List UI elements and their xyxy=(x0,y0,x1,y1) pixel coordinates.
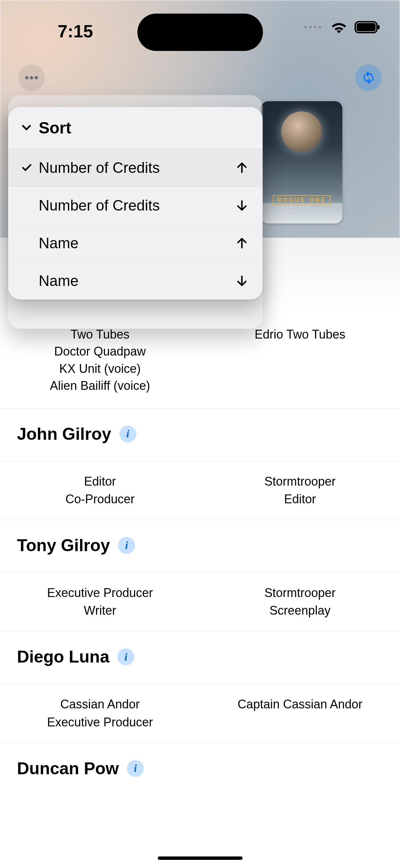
arrow-down-icon xyxy=(233,274,250,288)
credits-right: Captain Cassian Andor xyxy=(200,695,400,731)
person-name: Tony Gilroy xyxy=(17,536,110,555)
sort-header[interactable]: Sort xyxy=(8,107,263,149)
person-section: John Gilroy i Editor Co-Producer Stormtr… xyxy=(0,408,400,520)
arrow-up-icon xyxy=(233,236,250,250)
info-icon: i xyxy=(134,762,137,775)
info-button[interactable]: i xyxy=(117,648,134,665)
status-right xyxy=(304,21,380,33)
person-name: John Gilroy xyxy=(17,424,111,444)
info-icon: i xyxy=(126,428,129,440)
sort-popover: Sort Number of Credits Number of Credits… xyxy=(8,107,263,300)
svg-rect-2 xyxy=(378,25,380,29)
credits-left: Executive Producer Writer xyxy=(0,584,200,619)
person-section: Duncan Pow i xyxy=(0,743,400,795)
info-button[interactable]: i xyxy=(119,426,136,442)
person-credits: Executive Producer Writer Stormtrooper S… xyxy=(0,572,400,631)
person-credits: Editor Co-Producer Stormtrooper Editor xyxy=(0,461,400,520)
sort-option-credits-asc[interactable]: Number of Credits xyxy=(8,149,263,187)
partial-credits-left: Two Tubes Doctor Quadpaw KX Unit (voice)… xyxy=(0,326,200,395)
status-dots-icon xyxy=(304,26,321,29)
person-name: Duncan Pow xyxy=(17,759,119,778)
info-icon: i xyxy=(125,539,128,551)
sort-option-label: Number of Credits xyxy=(35,197,233,214)
sort-option-label: Name xyxy=(35,235,233,252)
info-icon: i xyxy=(125,651,128,663)
sort-option-name-desc[interactable]: Name xyxy=(8,262,263,300)
arrow-down-icon xyxy=(233,199,250,212)
arrow-up-icon xyxy=(233,161,250,175)
svg-rect-1 xyxy=(357,23,376,31)
people-list[interactable]: Two Tubes Doctor Quadpaw KX Unit (voice)… xyxy=(0,238,400,868)
credits-right: Stormtrooper Editor xyxy=(200,473,400,508)
person-header[interactable]: Tony Gilroy i xyxy=(0,520,400,572)
poster-title: ROGUE ONE xyxy=(273,195,330,205)
sort-header-label: Sort xyxy=(39,119,71,137)
sort-option-label: Name xyxy=(35,272,233,289)
person-header[interactable]: John Gilroy i xyxy=(0,409,400,461)
status-bar: 7:15 xyxy=(0,0,400,51)
movie-poster[interactable]: ROGUE ONE A STAR WARS STORY xyxy=(261,101,342,223)
refresh-button[interactable] xyxy=(355,65,382,91)
credits-left: Cassian Andor Executive Producer xyxy=(0,695,200,731)
credits-right: Stormtrooper Screenplay xyxy=(200,584,400,619)
wifi-icon xyxy=(331,21,347,33)
sort-option-label: Number of Credits xyxy=(35,159,233,176)
person-header[interactable]: Duncan Pow i xyxy=(0,743,400,795)
person-header[interactable]: Diego Luna i xyxy=(0,631,400,684)
checkmark-icon xyxy=(18,162,35,174)
person-credits: Cassian Andor Executive Producer Captain… xyxy=(0,684,400,742)
person-section: Diego Luna i Cassian Andor Executive Pro… xyxy=(0,631,400,742)
status-time: 7:15 xyxy=(58,21,93,41)
person-section: Tony Gilroy i Executive Producer Writer … xyxy=(0,520,400,631)
info-button[interactable]: i xyxy=(118,537,135,554)
poster-subtitle: A STAR WARS STORY xyxy=(281,205,322,213)
home-indicator[interactable] xyxy=(158,856,243,860)
dynamic-island xyxy=(137,14,263,51)
info-button[interactable]: i xyxy=(127,760,144,777)
sort-option-credits-desc[interactable]: Number of Credits xyxy=(8,187,263,224)
person-name: Diego Luna xyxy=(17,647,109,667)
chevron-down-icon xyxy=(20,119,33,137)
sort-option-name-asc[interactable]: Name xyxy=(8,224,263,262)
partial-credits-right: Edrio Two Tubes xyxy=(200,326,400,395)
credits-left: Editor Co-Producer xyxy=(0,473,200,508)
battery-icon xyxy=(355,21,380,33)
more-button[interactable] xyxy=(18,65,45,91)
